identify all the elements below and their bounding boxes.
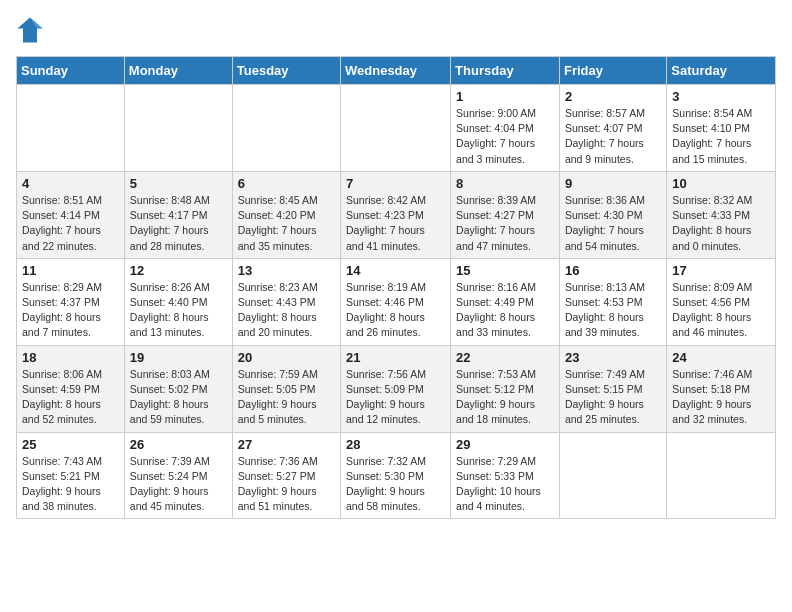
logo — [16, 16, 48, 44]
day-number: 5 — [130, 176, 227, 191]
day-number: 18 — [22, 350, 119, 365]
calendar-cell: 13Sunrise: 8:23 AM Sunset: 4:43 PM Dayli… — [232, 258, 340, 345]
calendar-cell: 10Sunrise: 8:32 AM Sunset: 4:33 PM Dayli… — [667, 171, 776, 258]
day-info: Sunrise: 8:54 AM Sunset: 4:10 PM Dayligh… — [672, 106, 770, 167]
day-info: Sunrise: 8:32 AM Sunset: 4:33 PM Dayligh… — [672, 193, 770, 254]
calendar-cell: 15Sunrise: 8:16 AM Sunset: 4:49 PM Dayli… — [451, 258, 560, 345]
day-info: Sunrise: 7:56 AM Sunset: 5:09 PM Dayligh… — [346, 367, 445, 428]
calendar-week-row: 11Sunrise: 8:29 AM Sunset: 4:37 PM Dayli… — [17, 258, 776, 345]
day-of-week-header: Monday — [124, 57, 232, 85]
day-info: Sunrise: 8:48 AM Sunset: 4:17 PM Dayligh… — [130, 193, 227, 254]
day-number: 10 — [672, 176, 770, 191]
calendar-cell: 16Sunrise: 8:13 AM Sunset: 4:53 PM Dayli… — [559, 258, 666, 345]
calendar-cell: 3Sunrise: 8:54 AM Sunset: 4:10 PM Daylig… — [667, 85, 776, 172]
calendar-cell — [17, 85, 125, 172]
day-info: Sunrise: 7:36 AM Sunset: 5:27 PM Dayligh… — [238, 454, 335, 515]
calendar-cell: 11Sunrise: 8:29 AM Sunset: 4:37 PM Dayli… — [17, 258, 125, 345]
day-number: 15 — [456, 263, 554, 278]
calendar-week-row: 18Sunrise: 8:06 AM Sunset: 4:59 PM Dayli… — [17, 345, 776, 432]
day-number: 1 — [456, 89, 554, 104]
calendar-cell — [124, 85, 232, 172]
day-info: Sunrise: 7:39 AM Sunset: 5:24 PM Dayligh… — [130, 454, 227, 515]
calendar-cell: 26Sunrise: 7:39 AM Sunset: 5:24 PM Dayli… — [124, 432, 232, 519]
svg-marker-0 — [17, 17, 42, 42]
day-info: Sunrise: 8:57 AM Sunset: 4:07 PM Dayligh… — [565, 106, 661, 167]
day-info: Sunrise: 8:03 AM Sunset: 5:02 PM Dayligh… — [130, 367, 227, 428]
day-info: Sunrise: 8:51 AM Sunset: 4:14 PM Dayligh… — [22, 193, 119, 254]
calendar-cell: 1Sunrise: 9:00 AM Sunset: 4:04 PM Daylig… — [451, 85, 560, 172]
day-of-week-header: Saturday — [667, 57, 776, 85]
calendar-cell — [667, 432, 776, 519]
day-number: 8 — [456, 176, 554, 191]
day-info: Sunrise: 8:16 AM Sunset: 4:49 PM Dayligh… — [456, 280, 554, 341]
day-number: 7 — [346, 176, 445, 191]
day-number: 17 — [672, 263, 770, 278]
day-info: Sunrise: 8:42 AM Sunset: 4:23 PM Dayligh… — [346, 193, 445, 254]
day-number: 13 — [238, 263, 335, 278]
day-info: Sunrise: 7:53 AM Sunset: 5:12 PM Dayligh… — [456, 367, 554, 428]
day-number: 27 — [238, 437, 335, 452]
calendar-cell: 14Sunrise: 8:19 AM Sunset: 4:46 PM Dayli… — [341, 258, 451, 345]
calendar-cell: 6Sunrise: 8:45 AM Sunset: 4:20 PM Daylig… — [232, 171, 340, 258]
day-number: 29 — [456, 437, 554, 452]
day-info: Sunrise: 8:29 AM Sunset: 4:37 PM Dayligh… — [22, 280, 119, 341]
day-info: Sunrise: 8:36 AM Sunset: 4:30 PM Dayligh… — [565, 193, 661, 254]
day-info: Sunrise: 8:09 AM Sunset: 4:56 PM Dayligh… — [672, 280, 770, 341]
day-number: 11 — [22, 263, 119, 278]
page-header — [16, 16, 776, 44]
day-number: 9 — [565, 176, 661, 191]
calendar-cell: 12Sunrise: 8:26 AM Sunset: 4:40 PM Dayli… — [124, 258, 232, 345]
calendar-week-row: 1Sunrise: 9:00 AM Sunset: 4:04 PM Daylig… — [17, 85, 776, 172]
day-number: 14 — [346, 263, 445, 278]
calendar-cell — [559, 432, 666, 519]
day-info: Sunrise: 8:13 AM Sunset: 4:53 PM Dayligh… — [565, 280, 661, 341]
day-info: Sunrise: 7:43 AM Sunset: 5:21 PM Dayligh… — [22, 454, 119, 515]
day-of-week-header: Sunday — [17, 57, 125, 85]
calendar-cell: 2Sunrise: 8:57 AM Sunset: 4:07 PM Daylig… — [559, 85, 666, 172]
calendar-cell: 28Sunrise: 7:32 AM Sunset: 5:30 PM Dayli… — [341, 432, 451, 519]
day-of-week-header: Thursday — [451, 57, 560, 85]
day-number: 26 — [130, 437, 227, 452]
calendar-cell: 29Sunrise: 7:29 AM Sunset: 5:33 PM Dayli… — [451, 432, 560, 519]
day-info: Sunrise: 7:32 AM Sunset: 5:30 PM Dayligh… — [346, 454, 445, 515]
calendar-header-row: SundayMondayTuesdayWednesdayThursdayFrid… — [17, 57, 776, 85]
calendar-cell: 23Sunrise: 7:49 AM Sunset: 5:15 PM Dayli… — [559, 345, 666, 432]
day-number: 22 — [456, 350, 554, 365]
calendar-cell: 18Sunrise: 8:06 AM Sunset: 4:59 PM Dayli… — [17, 345, 125, 432]
calendar-cell: 22Sunrise: 7:53 AM Sunset: 5:12 PM Dayli… — [451, 345, 560, 432]
day-of-week-header: Friday — [559, 57, 666, 85]
calendar-cell: 4Sunrise: 8:51 AM Sunset: 4:14 PM Daylig… — [17, 171, 125, 258]
day-number: 12 — [130, 263, 227, 278]
calendar-cell: 17Sunrise: 8:09 AM Sunset: 4:56 PM Dayli… — [667, 258, 776, 345]
calendar-cell: 27Sunrise: 7:36 AM Sunset: 5:27 PM Dayli… — [232, 432, 340, 519]
calendar-cell: 25Sunrise: 7:43 AM Sunset: 5:21 PM Dayli… — [17, 432, 125, 519]
day-info: Sunrise: 8:45 AM Sunset: 4:20 PM Dayligh… — [238, 193, 335, 254]
day-number: 3 — [672, 89, 770, 104]
day-number: 16 — [565, 263, 661, 278]
day-info: Sunrise: 8:06 AM Sunset: 4:59 PM Dayligh… — [22, 367, 119, 428]
day-number: 19 — [130, 350, 227, 365]
day-info: Sunrise: 8:19 AM Sunset: 4:46 PM Dayligh… — [346, 280, 445, 341]
calendar-cell — [341, 85, 451, 172]
logo-icon — [16, 16, 44, 44]
day-number: 23 — [565, 350, 661, 365]
day-number: 25 — [22, 437, 119, 452]
day-of-week-header: Tuesday — [232, 57, 340, 85]
day-info: Sunrise: 8:23 AM Sunset: 4:43 PM Dayligh… — [238, 280, 335, 341]
day-info: Sunrise: 7:59 AM Sunset: 5:05 PM Dayligh… — [238, 367, 335, 428]
calendar-cell: 8Sunrise: 8:39 AM Sunset: 4:27 PM Daylig… — [451, 171, 560, 258]
day-of-week-header: Wednesday — [341, 57, 451, 85]
day-number: 21 — [346, 350, 445, 365]
calendar-cell: 7Sunrise: 8:42 AM Sunset: 4:23 PM Daylig… — [341, 171, 451, 258]
day-info: Sunrise: 7:49 AM Sunset: 5:15 PM Dayligh… — [565, 367, 661, 428]
calendar-cell — [232, 85, 340, 172]
calendar-week-row: 4Sunrise: 8:51 AM Sunset: 4:14 PM Daylig… — [17, 171, 776, 258]
calendar-week-row: 25Sunrise: 7:43 AM Sunset: 5:21 PM Dayli… — [17, 432, 776, 519]
day-number: 20 — [238, 350, 335, 365]
calendar-cell: 20Sunrise: 7:59 AM Sunset: 5:05 PM Dayli… — [232, 345, 340, 432]
day-number: 28 — [346, 437, 445, 452]
day-info: Sunrise: 8:39 AM Sunset: 4:27 PM Dayligh… — [456, 193, 554, 254]
calendar-cell: 9Sunrise: 8:36 AM Sunset: 4:30 PM Daylig… — [559, 171, 666, 258]
day-number: 2 — [565, 89, 661, 104]
calendar-cell: 24Sunrise: 7:46 AM Sunset: 5:18 PM Dayli… — [667, 345, 776, 432]
